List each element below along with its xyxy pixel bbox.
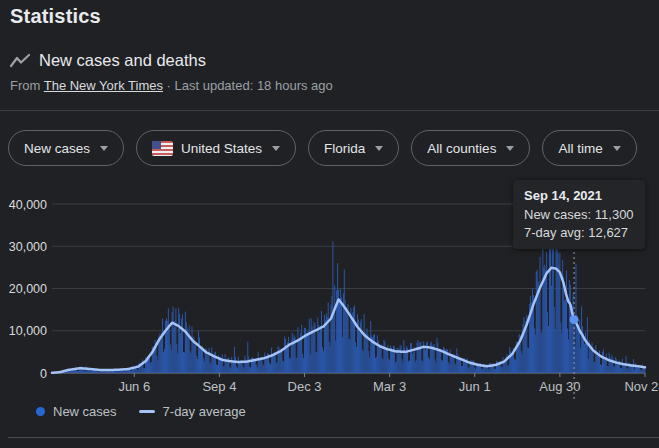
chevron-down-icon	[100, 146, 108, 151]
svg-text:Jun 6: Jun 6	[118, 379, 150, 394]
filter-metric-chip[interactable]: New cases	[8, 130, 124, 166]
svg-text:Mar 3: Mar 3	[373, 379, 406, 394]
chevron-down-icon	[272, 146, 280, 151]
statistics-panel: Statistics New cases and deaths From The…	[0, 0, 659, 448]
source-line: From The New York Times · Last updated: …	[10, 78, 333, 93]
legend-item-avg: 7-day average	[139, 404, 246, 419]
svg-text:Nov 28: Nov 28	[624, 379, 659, 394]
chart-tooltip: Sep 14, 2021 New cases: 11,300 7-day avg…	[513, 180, 645, 249]
svg-text:40,000: 40,000	[9, 198, 47, 212]
last-updated-text: · Last updated: 18 hours ago	[163, 78, 333, 93]
filter-time-chip[interactable]: All time	[542, 130, 636, 166]
tooltip-new-cases: New cases: 11,300	[524, 206, 634, 224]
header-divider	[0, 110, 659, 111]
filter-bar: New cases United States Florida All coun…	[8, 130, 637, 166]
chevron-down-icon	[613, 146, 621, 151]
svg-text:Aug 30: Aug 30	[539, 379, 580, 394]
svg-text:30,000: 30,000	[9, 240, 47, 254]
chevron-down-icon	[375, 146, 383, 151]
tooltip-avg: 7-day avg: 12,627	[524, 224, 634, 242]
bottom-divider	[8, 437, 659, 438]
avg-line-icon	[139, 410, 155, 413]
svg-text:20,000: 20,000	[9, 282, 47, 296]
svg-text:Dec 3: Dec 3	[288, 379, 322, 394]
svg-text:10,000: 10,000	[9, 324, 47, 338]
chart-legend: New cases 7-day average	[36, 404, 246, 419]
us-flag-icon	[152, 141, 173, 156]
svg-text:0: 0	[40, 367, 47, 381]
filter-state-label: Florida	[324, 141, 365, 156]
svg-text:Jun 1: Jun 1	[459, 379, 491, 394]
legend-item-new-cases: New cases	[36, 404, 117, 419]
legend-avg-label: 7-day average	[163, 404, 246, 419]
svg-text:Sep 4: Sep 4	[202, 379, 236, 394]
legend-new-cases-label: New cases	[53, 404, 117, 419]
filter-time-label: All time	[558, 141, 602, 156]
widget-header: New cases and deaths	[10, 51, 206, 70]
source-prefix: From	[10, 78, 44, 93]
trend-line-icon	[10, 53, 30, 69]
filter-metric-label: New cases	[24, 141, 90, 156]
page-title: Statistics	[10, 5, 101, 28]
widget-title: New cases and deaths	[39, 51, 206, 70]
source-link[interactable]: The New York Times	[44, 78, 163, 93]
filter-country-label: United States	[181, 141, 262, 156]
filter-county-chip[interactable]: All counties	[411, 130, 530, 166]
chevron-down-icon	[506, 146, 514, 151]
new-cases-dot-icon	[36, 407, 45, 416]
tooltip-date: Sep 14, 2021	[524, 187, 634, 205]
filter-county-label: All counties	[427, 141, 496, 156]
filter-country-chip[interactable]: United States	[136, 130, 296, 166]
filter-state-chip[interactable]: Florida	[308, 130, 399, 166]
